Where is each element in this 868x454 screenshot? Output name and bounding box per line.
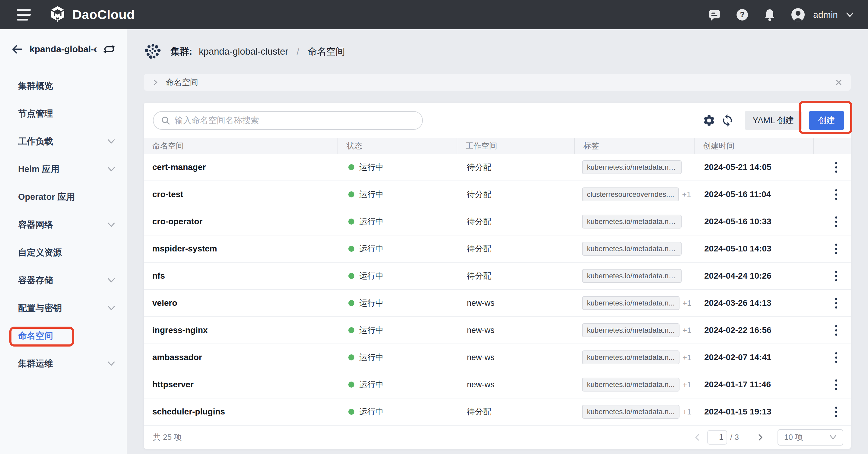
- status-dot: [348, 246, 354, 252]
- created-time: 2024-04-24 10:26: [694, 271, 813, 281]
- hamburger-menu-icon[interactable]: [17, 9, 31, 21]
- label-extra-count: +1: [683, 380, 691, 389]
- switch-cluster-icon[interactable]: [102, 42, 116, 56]
- namespace-name[interactable]: ingress-nginx: [144, 325, 338, 335]
- kebab-menu-icon[interactable]: [832, 186, 840, 203]
- label-tag[interactable]: kubernetes.io/metadata.n...: [582, 378, 680, 392]
- yaml-create-button[interactable]: YAML 创建: [745, 111, 802, 130]
- sidebar-item[interactable]: 集群概览: [0, 72, 127, 100]
- next-page-icon[interactable]: [756, 433, 764, 441]
- search-icon: [161, 116, 170, 125]
- status-label: 运行中: [359, 325, 384, 336]
- breadcrumb-cluster[interactable]: kpanda-global-cluster: [199, 46, 288, 57]
- kebab-menu-icon[interactable]: [832, 268, 840, 284]
- kebab-menu-icon[interactable]: [832, 214, 840, 230]
- gear-icon[interactable]: [703, 114, 716, 127]
- user-menu[interactable]: admin: [791, 7, 854, 22]
- column-header: 标签: [574, 138, 694, 154]
- table-row: scheduler-plugins 运行中 待分配 kubernetes.io/…: [144, 398, 851, 426]
- workspace-cell: 待分配: [457, 162, 574, 173]
- action-cell: [813, 268, 851, 284]
- label-tag[interactable]: kubernetes.io/metadata.nam...: [582, 160, 682, 174]
- kebab-menu-icon[interactable]: [832, 159, 840, 176]
- notifications-bell-icon[interactable]: [764, 8, 776, 21]
- prev-page-icon[interactable]: [693, 433, 701, 441]
- kebab-menu-icon[interactable]: [832, 295, 840, 312]
- label-tag[interactable]: kubernetes.io/metadata.n...: [582, 296, 680, 310]
- workspace-cell: new-ws: [457, 326, 574, 335]
- help-icon[interactable]: ?: [736, 8, 749, 21]
- namespace-name[interactable]: scheduler-plugins: [144, 407, 338, 417]
- status-cell: 运行中: [338, 243, 457, 254]
- sidebar-item[interactable]: 工作负载: [0, 128, 127, 155]
- kebab-menu-icon[interactable]: [832, 240, 840, 257]
- workspace-cell: 待分配: [457, 406, 574, 417]
- close-icon[interactable]: [835, 78, 843, 87]
- tab-title: 命名空间: [165, 77, 198, 88]
- sidebar-item[interactable]: 容器存储: [0, 266, 127, 294]
- tab-bar[interactable]: 命名空间: [144, 74, 851, 91]
- sidebar-item[interactable]: 命名空间: [0, 322, 127, 350]
- namespace-name[interactable]: nfs: [144, 271, 338, 281]
- status-cell: 运行中: [338, 297, 457, 309]
- back-arrow-icon[interactable]: [11, 43, 24, 56]
- label-tag[interactable]: kubernetes.io/metadata.n...: [582, 405, 680, 419]
- namespace-list-card: YAML 创建 创建 命名空间状态工作空间标签创建时间 cert-manager…: [144, 103, 851, 449]
- label-extra-count: +1: [682, 190, 691, 199]
- breadcrumb-current: 命名空间: [308, 45, 345, 58]
- label-tag[interactable]: kubernetes.io/metadata.n...: [582, 323, 680, 337]
- status-cell: 运行中: [338, 189, 457, 200]
- label-tag[interactable]: clusterresourceoverrides....: [582, 188, 679, 201]
- status-dot: [348, 354, 354, 361]
- sidebar-item[interactable]: 节点管理: [0, 100, 127, 128]
- kebab-menu-icon[interactable]: [832, 322, 840, 339]
- status-label: 运行中: [359, 352, 384, 363]
- labels-cell: kubernetes.io/metadata.n... +1: [574, 323, 694, 337]
- label-tag[interactable]: kubernetes.io/metadata.nam...: [582, 269, 682, 283]
- label-tag[interactable]: kubernetes.io/metadata.nam...: [582, 242, 682, 256]
- page-number-input[interactable]: [707, 430, 727, 445]
- table-row: velero 运行中 new-ws kubernetes.io/metadata…: [144, 290, 851, 317]
- cluster-name: kpanda-global-cl...: [30, 44, 96, 54]
- column-header: 状态: [338, 138, 457, 154]
- kebab-menu-icon[interactable]: [832, 376, 840, 393]
- messages-icon[interactable]: [708, 8, 721, 21]
- status-cell: 运行中: [338, 406, 457, 417]
- chevron-down-icon: [107, 278, 115, 283]
- action-cell: [813, 349, 851, 366]
- namespace-name[interactable]: cert-manager: [144, 162, 338, 172]
- namespace-name[interactable]: velero: [144, 298, 338, 308]
- namespace-name[interactable]: ambassador: [144, 352, 338, 362]
- search-input[interactable]: [175, 116, 415, 125]
- kebab-menu-icon[interactable]: [832, 404, 840, 420]
- table-footer: 共 25 项 / 3 10 项: [144, 426, 851, 449]
- namespace-name[interactable]: cro-test: [144, 190, 338, 199]
- namespace-name[interactable]: httpserver: [144, 380, 338, 389]
- sidebar-item[interactable]: Helm 应用: [0, 155, 127, 183]
- labels-cell: kubernetes.io/metadata.nam...: [574, 215, 694, 228]
- namespace-name[interactable]: cro-operator: [144, 217, 338, 226]
- svg-text:?: ?: [740, 10, 745, 19]
- sidebar-item[interactable]: 集群运维: [0, 350, 127, 378]
- sidebar-item[interactable]: Operator 应用: [0, 183, 127, 211]
- refresh-icon[interactable]: [721, 114, 734, 127]
- label-tag[interactable]: kubernetes.io/metadata.n...: [582, 350, 680, 364]
- status-dot: [348, 273, 354, 279]
- status-cell: 运行中: [338, 379, 457, 390]
- status-dot: [348, 381, 354, 388]
- kebab-menu-icon[interactable]: [832, 349, 840, 366]
- sidebar-item[interactable]: 容器网络: [0, 211, 127, 239]
- labels-cell: kubernetes.io/metadata.nam...: [574, 242, 694, 256]
- namespace-name[interactable]: mspider-system: [144, 244, 338, 254]
- table-body: cert-manager 运行中 待分配 kubernetes.io/metad…: [144, 154, 851, 426]
- label-tag[interactable]: kubernetes.io/metadata.nam...: [582, 215, 682, 228]
- action-cell: [813, 214, 851, 230]
- sidebar-item[interactable]: 配置与密钥: [0, 294, 127, 322]
- chevron-down-icon: [107, 361, 115, 366]
- page-size-select[interactable]: 10 项: [777, 429, 843, 446]
- chevron-down-icon: [107, 222, 115, 228]
- column-header: 创建时间: [694, 138, 813, 154]
- sidebar-item[interactable]: 自定义资源: [0, 239, 127, 266]
- create-button[interactable]: 创建: [809, 111, 844, 130]
- table-row: ambassador 运行中 new-ws kubernetes.io/meta…: [144, 344, 851, 371]
